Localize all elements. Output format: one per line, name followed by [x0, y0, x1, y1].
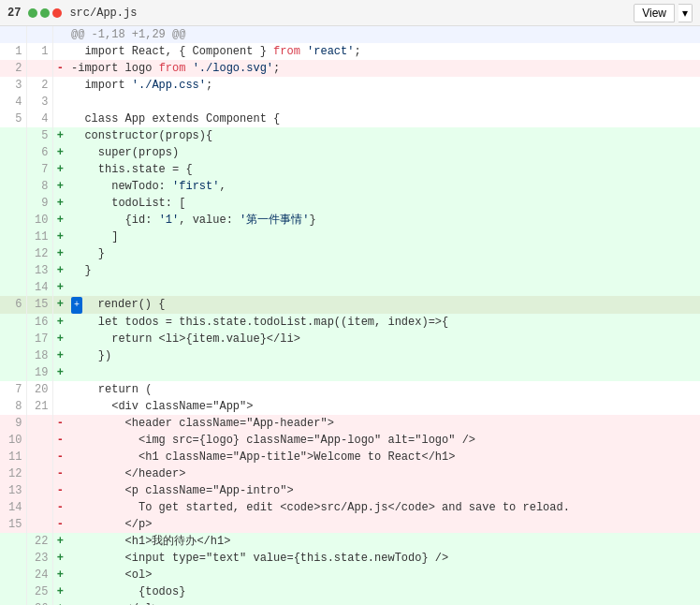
diff-sign: + [52, 279, 67, 296]
old-line-num [0, 127, 26, 144]
old-line-num [0, 600, 26, 605]
new-line-num: 22 [26, 533, 52, 550]
code-content: To get started, edit <code>src/App.js</c… [67, 499, 700, 516]
diff-sign [52, 77, 67, 94]
table-row: 9+ todoList: [ [0, 195, 700, 212]
diff-table: @@ -1,18 +1,29 @@11 import React, { Comp… [0, 26, 700, 605]
old-line-num: 6 [0, 296, 26, 314]
table-row: 14+ [0, 279, 700, 296]
old-line-num: 9 [0, 415, 26, 432]
diff-sign: - [52, 516, 67, 533]
diff-sign: + [52, 331, 67, 347]
header-left: 27 src/App.js [7, 7, 137, 20]
new-line-num: 14 [26, 279, 52, 296]
old-line-num [0, 195, 26, 212]
dot-green-2 [40, 8, 50, 18]
table-row: 15- </p> [0, 516, 700, 533]
line-count-badge: 27 [7, 7, 21, 20]
new-line-num: 17 [26, 331, 52, 347]
new-line-num: 21 [26, 398, 52, 415]
old-line-num: 8 [0, 398, 26, 415]
diff-container: @@ -1,18 +1,29 @@11 import React, { Comp… [0, 26, 700, 605]
dot-green-1 [28, 8, 37, 18]
code-content [67, 279, 700, 296]
old-line-num: 15 [0, 516, 26, 533]
new-line-num [26, 60, 52, 77]
table-row: 19+ [0, 364, 700, 381]
code-content: ] [67, 229, 700, 245]
new-line-num: 20 [26, 381, 52, 398]
table-row: @@ -1,18 +1,29 @@ [0, 26, 700, 43]
new-line-num: 2 [26, 77, 52, 94]
table-row: 23+ <input type="text" value={this.state… [0, 550, 700, 567]
old-line-num [0, 144, 26, 161]
code-content: {id: '1', value: '第一件事情'} [67, 212, 700, 229]
table-row: 9- <header className="App-header"> [0, 415, 700, 432]
new-line-num: 15 [26, 296, 52, 314]
table-row: 11+ ] [0, 229, 700, 245]
code-content: <h1>我的待办</h1> [67, 533, 700, 550]
old-line-num [0, 567, 26, 583]
code-content [67, 94, 700, 111]
diff-sign [52, 381, 67, 398]
table-row: 25+ {todos} [0, 583, 700, 600]
filename: src/App.js [69, 7, 137, 20]
code-content: } [67, 262, 700, 279]
new-line-num [26, 449, 52, 465]
table-row: 43 [0, 94, 700, 111]
code-content: }) [67, 347, 700, 364]
new-line-num: 10 [26, 212, 52, 229]
table-row: 8+ newTodo: 'first', [0, 178, 700, 195]
table-row: 615++ render() { [0, 296, 700, 314]
diff-sign: + [52, 600, 67, 605]
code-content: <h1 className="App-title">Welcome to Rea… [67, 449, 700, 465]
code-content: <div className="App"> [67, 398, 700, 415]
old-line-num: 5 [0, 111, 26, 127]
new-line-num: 1 [26, 43, 52, 60]
code-content: <img src={logo} className="App-logo" alt… [67, 432, 700, 449]
old-line-num: 13 [0, 482, 26, 499]
code-content: return ( [67, 381, 700, 398]
diff-sign: + [52, 195, 67, 212]
old-line-num: 1 [0, 43, 26, 60]
old-line-num: 11 [0, 449, 26, 465]
table-row: 13- <p className="App-intro"> [0, 482, 700, 499]
code-content: </header> [67, 465, 700, 482]
table-row: 11 import React, { Component } from 'rea… [0, 43, 700, 60]
old-line-num [0, 245, 26, 262]
diff-sign: + [52, 212, 67, 229]
new-line-num: 4 [26, 111, 52, 127]
new-line-num: 18 [26, 347, 52, 364]
code-content: } [67, 245, 700, 262]
new-line-num: 26 [26, 600, 52, 605]
new-line-num: 7 [26, 161, 52, 178]
header-bar: 27 src/App.js View ▾ [0, 0, 700, 26]
code-content: constructor(props){ [67, 127, 700, 144]
diff-sign [52, 111, 67, 127]
table-row: 24+ <ol> [0, 567, 700, 583]
diff-sign: - [52, 432, 67, 449]
diff-sign: - [52, 465, 67, 482]
table-row: 16+ let todos = this.state.todoList.map(… [0, 314, 700, 331]
table-row: 10+ {id: '1', value: '第一件事情'} [0, 212, 700, 229]
table-row: 32 import './App.css'; [0, 77, 700, 94]
new-line-num: 5 [26, 127, 52, 144]
new-line-num [26, 415, 52, 432]
diff-sign: + [52, 245, 67, 262]
code-content: let todos = this.state.todoList.map((ite… [67, 314, 700, 331]
table-row: 26+ </ol> [0, 600, 700, 605]
diff-sign: + [52, 567, 67, 583]
view-button[interactable]: View [634, 4, 675, 22]
code-content: <ol> [67, 567, 700, 583]
diff-sign: + [52, 550, 67, 567]
view-dropdown-button[interactable]: ▾ [678, 4, 693, 22]
table-row: 11- <h1 className="App-title">Welcome to… [0, 449, 700, 465]
old-line-num: 7 [0, 381, 26, 398]
header-right: View ▾ [634, 4, 693, 22]
table-row: 7+ this.state = { [0, 161, 700, 178]
new-line-num: 9 [26, 195, 52, 212]
diff-sign [52, 43, 67, 60]
old-line-num: 2 [0, 60, 26, 77]
code-content: {todos} [67, 583, 700, 600]
diff-sign: + [52, 347, 67, 364]
